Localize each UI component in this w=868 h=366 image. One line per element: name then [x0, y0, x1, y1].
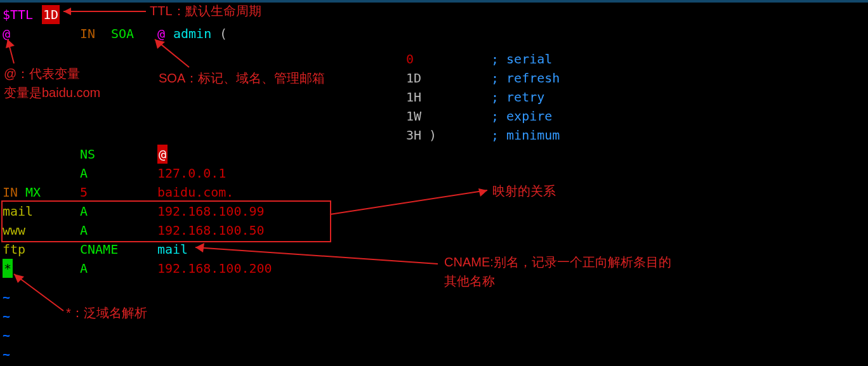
soa-serial-comment: ; serial: [491, 49, 552, 69]
annotation-ttl: TTL：默认生命周期: [150, 3, 261, 19]
soa-refresh-comment: ; refresh: [491, 69, 560, 88]
soa-minimum-val: 3H ): [406, 126, 437, 145]
svg-line-6: [330, 190, 487, 214]
annotation-soa: SOA：标记、域名、管理邮箱: [159, 70, 325, 86]
soa-refresh-val: 1D: [406, 69, 421, 88]
a-root-data: 127.0.0.1: [157, 164, 226, 183]
annotation-mapping: 映射的关系: [492, 183, 556, 199]
ns-type: NS: [80, 145, 95, 164]
soa-retry-val: 1H: [406, 88, 421, 107]
vim-tilde: ~: [3, 344, 10, 363]
ftp-data: mail: [157, 240, 188, 259]
ttl-value: 1D: [42, 5, 60, 24]
wildcard-type: A: [80, 259, 88, 278]
wildcard-name: *: [3, 259, 13, 278]
svg-marker-7: [478, 188, 487, 197]
ttl-directive: $TTL: [3, 5, 33, 24]
soa-retry-comment: ; retry: [491, 88, 544, 107]
soa-origin-at: @: [157, 24, 165, 43]
a-root-type: A: [80, 164, 88, 183]
soa-minimum-comment: ; minimum: [491, 126, 560, 145]
origin-at: @: [3, 24, 10, 43]
mx-class: IN: [3, 183, 18, 202]
paren-open: (: [220, 24, 227, 43]
ftp-type: CNAME: [80, 240, 118, 259]
class-in: IN: [80, 24, 95, 43]
ftp-name: ftp: [3, 240, 25, 259]
soa-keyword: SOA: [111, 24, 134, 43]
soa-admin: admin: [173, 24, 211, 43]
soa-serial-val: 0: [406, 49, 414, 69]
annotation-wildcard: *：泛域名解析: [66, 304, 147, 321]
annotation-at-line2: 变量是baidu.com: [4, 84, 100, 101]
svg-line-10: [14, 274, 63, 311]
mx-type: MX: [25, 183, 41, 202]
soa-expire-comment: ; expire: [491, 107, 552, 126]
svg-marker-11: [14, 274, 24, 283]
annotation-at-line1: @：代表变量: [4, 65, 80, 82]
annotation-cname-line1: CNAME:别名，记录一个正向解析条目的: [444, 254, 671, 270]
vim-tilde: ~: [3, 287, 10, 306]
annotation-box-mapping: [1, 200, 331, 242]
terminal-window: $TTL 1D @ IN SOA @ admin ( 0 ; serial 1D…: [0, 0, 868, 366]
vim-tilde: ~: [3, 325, 10, 344]
ns-data: @: [157, 145, 168, 164]
svg-line-4: [155, 39, 189, 67]
svg-marker-9: [195, 243, 204, 252]
mx-data: baidu.com.: [157, 183, 233, 202]
mx-priority: 5: [80, 183, 88, 202]
window-top-border: [0, 0, 868, 3]
annotation-cname-line2: 其他名称: [444, 273, 495, 289]
wildcard-data: 192.168.100.200: [157, 259, 272, 278]
soa-expire-val: 1W: [406, 107, 421, 126]
vim-tilde: ~: [3, 306, 10, 325]
svg-marker-1: [63, 8, 71, 15]
